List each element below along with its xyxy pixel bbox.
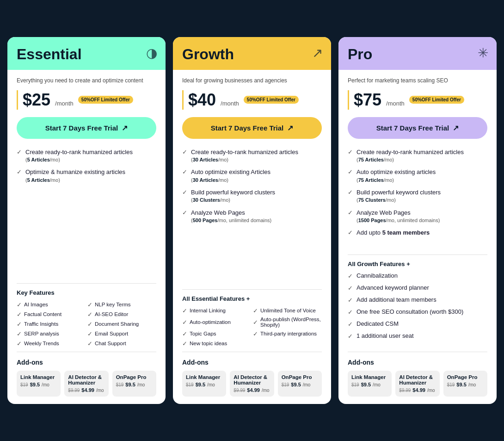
feature-sub: (30 Articles/mo) [191,156,298,163]
checkmark-icon: ✓ [182,307,187,314]
list-item: ✓1 additional user seat [348,332,487,340]
list-item: ✓Advanced keyword planner [348,284,487,292]
trial-button-pro[interactable]: Start 7 Days Free Trial ↗ [348,117,487,139]
checkmark-icon: ✓ [348,168,353,175]
key-feature-item: ✓Traffic Insights [17,320,86,328]
addon-period: /mo [373,382,381,387]
addon-old-price: $19 [186,382,194,387]
price-period-essential: /month [55,100,74,107]
plan-icon-growth: ↗ [312,45,323,61]
features-list-pro: ✓Create ready-to-rank humanized articles… [348,148,487,242]
section-divider [17,283,156,284]
list-item: ✓Create ready-to-rank humanized articles… [182,148,322,164]
addon-card: OnPage Pro$19$9.5/mo [278,371,322,397]
checkmark-icon: ✓ [253,330,258,337]
feature-text: Add upto 5 team members [356,229,430,237]
checkmark-icon: ✓ [253,319,258,326]
plan-card-essential: Essential◑Everything you need to create … [7,37,166,404]
addon-price: $19$9.5/mo [351,382,388,387]
price-period-pro: /month [386,100,405,107]
list-item: ✓Analyze Web Pages(500 Pages/mo, unlimit… [182,209,322,224]
addon-name: AI Detector & Humanizer [399,374,436,385]
addons-grid-pro: Link Manager$19$9.5/moAI Detector & Huma… [348,371,487,397]
addon-price: $19$9.5/mo [116,382,153,387]
list-item: ✓Analyze Web Pages(1500 Pages/mo, unlimi… [348,209,487,224]
list-item: ✓Auto optimize existing Articles(30 Arti… [182,168,322,184]
feature-text: 1 additional user seat [356,332,414,339]
feature-sub: (500 Pages/mo, unlimited domains) [191,217,271,224]
checkmark-icon: ✓ [17,168,22,175]
addon-price: $19$9.5/mo [186,382,222,387]
key-feature-item: ✓New topic ideas [182,340,251,347]
key-feature-item: ✓AI Images [17,301,86,308]
trial-button-growth[interactable]: Start 7 Days Free Trial ↗ [182,117,322,139]
checkmark-icon: ✓ [182,149,187,155]
feature-text: Analyze Web Pages(500 Pages/mo, unlimite… [191,209,271,224]
feature-text: Dedicated CSM [356,320,399,327]
checkmark-icon: ✓ [17,330,22,337]
checkmark-icon: ✓ [348,229,353,236]
plan-icon-essential: ◑ [146,45,157,61]
feature-text: Auto-publish (WordPress, Shopify) [260,317,322,328]
list-item: ✓Create ready-to-rank humanized articles… [17,148,156,164]
addon-old-price: $9.99 [234,388,245,393]
key-feature-item: ✓Factual Content [17,311,86,318]
checkmark-icon: ✓ [17,321,22,328]
key-feature-item: ✓Email Support [87,330,156,337]
addon-price: $19$9.5/mo [447,382,484,387]
price-row-growth: $40/month50%OFF Limited Offer [182,90,322,110]
plan-body-essential: Everything you need to create and optimi… [7,70,166,404]
badge-offer-growth: 50%OFF Limited Offer [244,96,299,104]
checkmark-icon: ✓ [348,297,353,304]
checkmark-icon: ✓ [182,319,187,326]
addon-name: AI Detector & Humanizer [68,374,104,385]
addon-name: Link Manager [20,374,57,380]
addon-old-price: $19 [116,382,124,387]
addon-new-price: $4.99 [247,387,260,393]
trial-button-essential[interactable]: Start 7 Days Free Trial ↗ [17,117,156,139]
feature-text: Advanced keyword planner [356,284,429,291]
feature-text: Create ready-to-rank humanized articles(… [191,148,298,164]
addon-name: OnPage Pro [116,374,153,380]
feature-text: Internal Linking [190,308,226,313]
feature-text: Auto-optimization [190,319,231,325]
key-features-grid: ✓AI Images✓NLP key Terms✓Factual Content… [17,301,156,347]
plan-body-pro: Perfect for marketing teams scaling SEO$… [338,70,497,404]
checkmark-icon: ✓ [348,321,353,328]
feature-text: Build powerful keyword clusters(30 Clust… [191,188,275,204]
feature-text: One free SEO consultation (worth $300) [356,308,463,315]
badge-offer-pro: 50%OFF Limited Offer [409,96,464,104]
checkmark-icon: ✓ [182,340,187,347]
addons-section-growth: Add-onsLink Manager$19$9.5/moAI Detector… [182,352,322,397]
addon-new-price: $9.5 [361,382,371,387]
feature-text: Chat Support [95,341,126,346]
addon-card: OnPage Pro$19$9.5/mo [112,371,156,397]
feature-sub: (30 Articles/mo) [191,177,270,184]
feature-text: AI Images [24,302,48,307]
key-feature-item: ✓Internal Linking [182,307,251,314]
feature-text: Email Support [95,331,128,336]
addon-period: /mo [427,388,435,393]
key-feature-item: ✓Auto-publish (WordPress, Shopify) [253,317,322,328]
addon-price: $19$9.5/mo [282,382,318,387]
checkmark-icon: ✓ [348,273,353,280]
addon-new-price: $9.5 [125,382,135,387]
checkmark-icon: ✓ [87,321,92,328]
addon-name: Link Manager [186,374,222,380]
addon-card: OnPage Pro$19$9.5/mo [443,371,487,397]
feature-text: NLP key Terms [95,302,131,307]
addon-old-price: $19 [351,382,359,387]
features-list-essential: ✓Create ready-to-rank humanized articles… [17,148,156,271]
key-feature-item: ✓NLP key Terms [87,301,156,308]
price-amount-growth: $40 [188,90,216,110]
addon-name: OnPage Pro [282,374,318,380]
list-item: ✓Optimize & humanize existing articles(5… [17,168,156,184]
checkmark-icon: ✓ [348,209,353,216]
plan-title-pro: Pro [348,46,487,62]
addon-period: /mo [137,382,145,387]
checkmark-icon: ✓ [17,149,22,155]
addons-title-growth: Add-ons [182,359,322,366]
addon-period: /mo [303,382,311,387]
checkmark-icon: ✓ [182,330,187,337]
feature-text: SERP analysis [24,331,59,336]
